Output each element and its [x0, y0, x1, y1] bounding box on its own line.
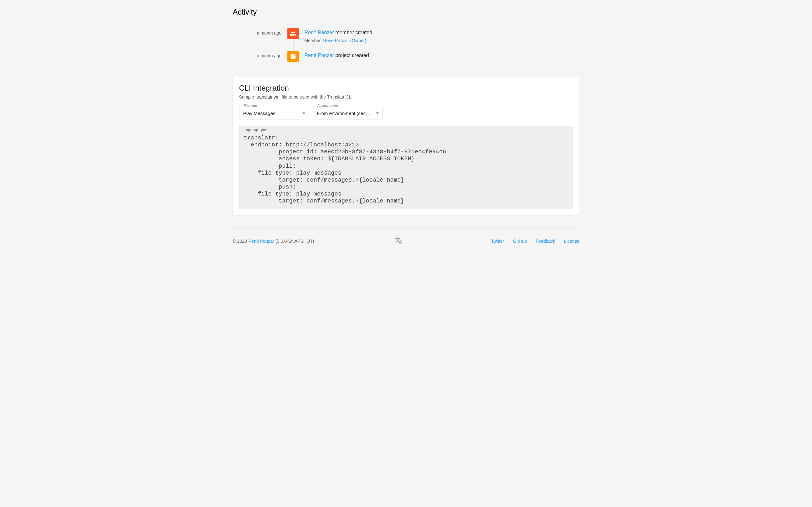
activity-action: member created — [334, 30, 372, 35]
cli-heading: CLI Integration — [239, 83, 573, 93]
chevron-down-icon — [376, 110, 379, 115]
user-link[interactable]: René Panzar — [305, 53, 334, 58]
cli-sub-pre: Sample — [239, 95, 255, 100]
people-icon — [287, 28, 299, 39]
footer-copy-pre: © 2020 — [233, 239, 248, 244]
cli-card: CLI Integration Sample .translatr.yml fi… — [233, 77, 579, 215]
activity-timeline: a month ago René Panzar member created M… — [233, 28, 579, 77]
user-link[interactable]: René Panzar — [305, 30, 334, 35]
footer-copyright: © 2020 René Panzar (3.0.0-SNAPSHOT) — [233, 239, 314, 244]
activity-detail-label: Member: — [305, 38, 323, 43]
dashboard-icon — [287, 51, 299, 62]
activity-detail: Member: René Panzar (Owner) — [305, 38, 579, 43]
footer-link-license[interactable]: License — [564, 239, 579, 244]
footer-link-feedback[interactable]: Feedback — [536, 239, 555, 244]
file-type-select[interactable]: File type Play Messages — [239, 106, 309, 119]
activity-title: René Panzar member created — [305, 30, 579, 36]
footer-link-github[interactable]: GitHub — [513, 239, 527, 244]
cli-sub-file: .translatr.yml — [255, 95, 281, 100]
cli-sub-post: file to be used with the Translatr CLI. — [281, 95, 354, 100]
access-token-value: From environment (secu… — [317, 111, 371, 116]
activity-time: a month ago — [233, 51, 282, 58]
code-content: translatr: endpoint: http://localhost:42… — [240, 134, 573, 208]
footer-link-twitter[interactable]: Twitter — [491, 239, 504, 244]
activity-title: René Panzar project created — [305, 53, 579, 58]
translate-icon[interactable] — [395, 237, 403, 245]
footer: © 2020 René Panzar (3.0.0-SNAPSHOT) Twit… — [233, 237, 579, 255]
activity-time: a month ago — [233, 28, 282, 36]
code-block: language-yml translatr: endpoint: http:/… — [239, 126, 573, 209]
access-token-label: Access token — [316, 104, 339, 107]
chevron-down-icon — [302, 110, 305, 115]
footer-version: (3.0.0-SNAPSHOT) — [274, 239, 314, 244]
code-lang-tab: language-yml — [239, 126, 271, 133]
activity-heading: Activity — [233, 8, 579, 16]
activity-item: a month ago René Panzar project created — [233, 51, 579, 62]
access-token-select[interactable]: Access token From environment (secu… — [313, 106, 383, 119]
activity-item: a month ago René Panzar member created M… — [233, 28, 579, 43]
file-type-value: Play Messages — [243, 111, 297, 116]
member-link[interactable]: René Panzar (Owner) — [323, 38, 366, 43]
footer-owner-link[interactable]: René Panzar — [248, 239, 274, 244]
file-type-label: File type — [243, 104, 258, 107]
cli-sub: Sample .translatr.yml file to be used wi… — [239, 95, 573, 100]
activity-action: project created — [334, 53, 369, 58]
timeline-connector — [293, 62, 293, 70]
footer-links: Twitter GitHub Feedback License — [484, 239, 579, 244]
